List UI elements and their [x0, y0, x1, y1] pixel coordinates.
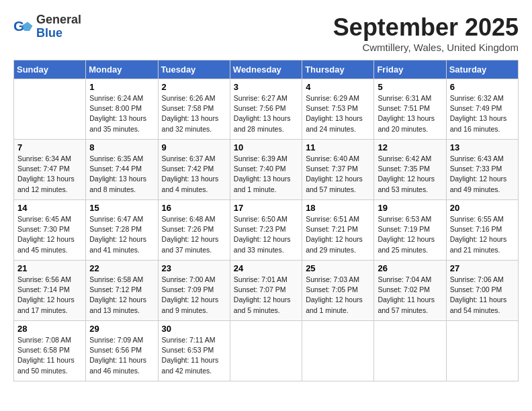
- day-info: Sunrise: 6:55 AMSunset: 7:16 PMDaylight:…: [450, 214, 515, 255]
- calendar-cell: 22Sunrise: 6:58 AMSunset: 7:12 PMDayligh…: [86, 261, 158, 321]
- day-number: 1: [89, 82, 154, 92]
- day-info: Sunrise: 6:56 AMSunset: 7:14 PMDaylight:…: [17, 275, 82, 316]
- calendar-cell: 26Sunrise: 7:04 AMSunset: 7:02 PMDayligh…: [374, 261, 446, 321]
- calendar-cell: [230, 321, 302, 381]
- day-info: Sunrise: 7:09 AMSunset: 6:56 PMDaylight:…: [89, 335, 154, 376]
- day-info: Sunrise: 6:58 AMSunset: 7:12 PMDaylight:…: [89, 275, 154, 316]
- day-number: 15: [89, 203, 154, 213]
- day-number: 25: [306, 263, 370, 273]
- calendar-week-row: 7Sunrise: 6:34 AMSunset: 7:47 PMDaylight…: [14, 140, 519, 200]
- calendar-cell: 15Sunrise: 6:47 AMSunset: 7:28 PMDayligh…: [86, 200, 158, 261]
- calendar-cell: 18Sunrise: 6:51 AMSunset: 7:21 PMDayligh…: [302, 200, 374, 261]
- calendar-cell: 25Sunrise: 7:03 AMSunset: 7:05 PMDayligh…: [302, 261, 374, 321]
- day-number: 16: [162, 203, 226, 213]
- calendar-cell: 11Sunrise: 6:40 AMSunset: 7:37 PMDayligh…: [302, 140, 374, 200]
- calendar-cell: 24Sunrise: 7:01 AMSunset: 7:07 PMDayligh…: [230, 261, 302, 321]
- day-info: Sunrise: 6:39 AMSunset: 7:40 PMDaylight:…: [234, 154, 298, 195]
- day-number: 27: [450, 263, 515, 273]
- day-number: 10: [234, 142, 298, 152]
- day-info: Sunrise: 6:29 AMSunset: 7:53 PMDaylight:…: [306, 93, 370, 134]
- day-info: Sunrise: 6:24 AMSunset: 8:00 PMDaylight:…: [89, 93, 154, 134]
- day-info: Sunrise: 6:32 AMSunset: 7:49 PMDaylight:…: [450, 93, 515, 134]
- calendar-cell: 28Sunrise: 7:08 AMSunset: 6:58 PMDayligh…: [14, 321, 86, 381]
- calendar-week-row: 14Sunrise: 6:45 AMSunset: 7:30 PMDayligh…: [14, 200, 519, 261]
- calendar-cell: [374, 321, 446, 381]
- calendar-cell: 29Sunrise: 7:09 AMSunset: 6:56 PMDayligh…: [86, 321, 158, 381]
- day-info: Sunrise: 6:47 AMSunset: 7:28 PMDaylight:…: [89, 214, 154, 255]
- day-number: 6: [450, 82, 515, 92]
- logo: G General Blue: [13, 13, 81, 40]
- day-info: Sunrise: 7:11 AMSunset: 6:53 PMDaylight:…: [162, 335, 226, 376]
- calendar-cell: 30Sunrise: 7:11 AMSunset: 6:53 PMDayligh…: [158, 321, 230, 381]
- day-info: Sunrise: 6:31 AMSunset: 7:51 PMDaylight:…: [378, 93, 442, 134]
- calendar-cell: 6Sunrise: 6:32 AMSunset: 7:49 PMDaylight…: [446, 79, 518, 140]
- month-title: September 2025: [333, 13, 519, 42]
- day-number: 13: [450, 142, 515, 152]
- day-number: 7: [17, 142, 82, 152]
- day-info: Sunrise: 7:03 AMSunset: 7:05 PMDaylight:…: [306, 275, 370, 316]
- day-number: 24: [234, 263, 298, 273]
- day-number: 26: [378, 263, 442, 273]
- day-number: 20: [450, 203, 515, 213]
- calendar-week-row: 21Sunrise: 6:56 AMSunset: 7:14 PMDayligh…: [14, 261, 519, 321]
- page-header: G General Blue September 2025 Cwmtillery…: [13, 13, 519, 53]
- calendar-week-row: 1Sunrise: 6:24 AMSunset: 8:00 PMDaylight…: [14, 79, 519, 140]
- calendar-cell: 14Sunrise: 6:45 AMSunset: 7:30 PMDayligh…: [14, 200, 86, 261]
- day-info: Sunrise: 6:40 AMSunset: 7:37 PMDaylight:…: [306, 154, 370, 195]
- calendar-cell: 27Sunrise: 7:06 AMSunset: 7:00 PMDayligh…: [446, 261, 518, 321]
- weekday-header-wednesday: Wednesday: [230, 60, 302, 79]
- calendar-cell: 4Sunrise: 6:29 AMSunset: 7:53 PMDaylight…: [302, 79, 374, 140]
- day-info: Sunrise: 6:50 AMSunset: 7:23 PMDaylight:…: [234, 214, 298, 255]
- day-number: 28: [17, 324, 82, 334]
- weekday-header-row: SundayMondayTuesdayWednesdayThursdayFrid…: [14, 60, 519, 79]
- location: Cwmtillery, Wales, United Kingdom: [333, 42, 519, 53]
- calendar-cell: 23Sunrise: 7:00 AMSunset: 7:09 PMDayligh…: [158, 261, 230, 321]
- calendar-week-row: 28Sunrise: 7:08 AMSunset: 6:58 PMDayligh…: [14, 321, 519, 381]
- weekday-header-tuesday: Tuesday: [158, 60, 230, 79]
- day-number: 18: [306, 203, 370, 213]
- logo-icon: G: [13, 17, 34, 37]
- day-info: Sunrise: 6:34 AMSunset: 7:47 PMDaylight:…: [17, 154, 82, 195]
- calendar-cell: 8Sunrise: 6:35 AMSunset: 7:44 PMDaylight…: [86, 140, 158, 200]
- day-number: 17: [234, 203, 298, 213]
- calendar-cell: 17Sunrise: 6:50 AMSunset: 7:23 PMDayligh…: [230, 200, 302, 261]
- calendar-cell: 10Sunrise: 6:39 AMSunset: 7:40 PMDayligh…: [230, 140, 302, 200]
- calendar-cell: [446, 321, 518, 381]
- weekday-header-sunday: Sunday: [14, 60, 86, 79]
- day-info: Sunrise: 6:42 AMSunset: 7:35 PMDaylight:…: [378, 154, 442, 195]
- day-number: 29: [89, 324, 154, 334]
- calendar-cell: 16Sunrise: 6:48 AMSunset: 7:26 PMDayligh…: [158, 200, 230, 261]
- weekday-header-thursday: Thursday: [302, 60, 374, 79]
- calendar-cell: 12Sunrise: 6:42 AMSunset: 7:35 PMDayligh…: [374, 140, 446, 200]
- calendar-cell: 13Sunrise: 6:43 AMSunset: 7:33 PMDayligh…: [446, 140, 518, 200]
- day-number: 11: [306, 142, 370, 152]
- day-info: Sunrise: 6:45 AMSunset: 7:30 PMDaylight:…: [17, 214, 82, 255]
- day-info: Sunrise: 6:43 AMSunset: 7:33 PMDaylight:…: [450, 154, 515, 195]
- logo-line1: General: [36, 13, 81, 27]
- calendar-cell: 21Sunrise: 6:56 AMSunset: 7:14 PMDayligh…: [14, 261, 86, 321]
- day-info: Sunrise: 6:37 AMSunset: 7:42 PMDaylight:…: [162, 154, 226, 195]
- day-number: 5: [378, 82, 442, 92]
- day-info: Sunrise: 6:51 AMSunset: 7:21 PMDaylight:…: [306, 214, 370, 255]
- day-number: 19: [378, 203, 442, 213]
- day-number: 2: [162, 82, 226, 92]
- day-number: 9: [162, 142, 226, 152]
- calendar-cell: 20Sunrise: 6:55 AMSunset: 7:16 PMDayligh…: [446, 200, 518, 261]
- calendar-cell: [14, 79, 86, 140]
- day-number: 21: [17, 263, 82, 273]
- day-number: 14: [17, 203, 82, 213]
- day-number: 12: [378, 142, 442, 152]
- title-block: September 2025 Cwmtillery, Wales, United…: [333, 13, 519, 53]
- day-number: 23: [162, 263, 226, 273]
- calendar-cell: 19Sunrise: 6:53 AMSunset: 7:19 PMDayligh…: [374, 200, 446, 261]
- day-info: Sunrise: 7:00 AMSunset: 7:09 PMDaylight:…: [162, 275, 226, 316]
- day-info: Sunrise: 7:04 AMSunset: 7:02 PMDaylight:…: [378, 275, 442, 316]
- calendar-cell: 5Sunrise: 6:31 AMSunset: 7:51 PMDaylight…: [374, 79, 446, 140]
- calendar-cell: 9Sunrise: 6:37 AMSunset: 7:42 PMDaylight…: [158, 140, 230, 200]
- calendar-cell: 2Sunrise: 6:26 AMSunset: 7:58 PMDaylight…: [158, 79, 230, 140]
- calendar-cell: 1Sunrise: 6:24 AMSunset: 8:00 PMDaylight…: [86, 79, 158, 140]
- day-info: Sunrise: 6:35 AMSunset: 7:44 PMDaylight:…: [89, 154, 154, 195]
- day-info: Sunrise: 7:01 AMSunset: 7:07 PMDaylight:…: [234, 275, 298, 316]
- day-info: Sunrise: 6:27 AMSunset: 7:56 PMDaylight:…: [234, 93, 298, 134]
- weekday-header-friday: Friday: [374, 60, 446, 79]
